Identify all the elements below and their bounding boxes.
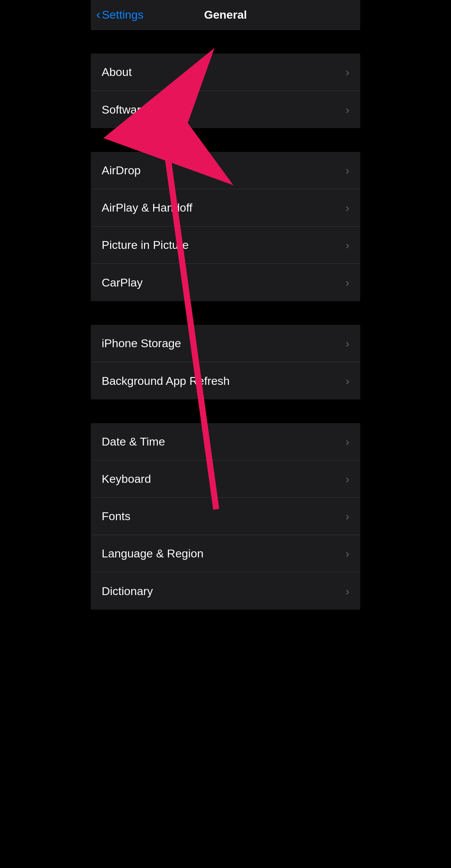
software-update-label: Software Update xyxy=(102,103,187,116)
iphone-storage-label: iPhone Storage xyxy=(102,337,181,350)
settings-row-date-time[interactable]: Date & Time › xyxy=(91,423,360,460)
picture-in-picture-label: Picture in Picture xyxy=(102,238,189,252)
settings-group-1: About › Software Update › xyxy=(91,54,360,128)
background-app-refresh-label: Background App Refresh xyxy=(102,374,230,388)
about-chevron-icon: › xyxy=(346,65,349,79)
dictionary-chevron-icon: › xyxy=(346,585,349,598)
settings-row-dictionary[interactable]: Dictionary › xyxy=(91,572,360,610)
settings-group-4: Date & Time › Keyboard › Fonts › Languag… xyxy=(91,423,360,610)
settings-row-iphone-storage[interactable]: iPhone Storage › xyxy=(91,325,360,362)
settings-group-3: iPhone Storage › Background App Refresh … xyxy=(91,325,360,399)
settings-group-2: AirDrop › AirPlay & Handoff › Picture in… xyxy=(91,152,360,301)
back-label: Settings xyxy=(102,8,144,21)
settings-row-background-app-refresh[interactable]: Background App Refresh › xyxy=(91,362,360,399)
airdrop-chevron-icon: › xyxy=(346,164,349,177)
page-container: ‹ Settings General About › Software Upda… xyxy=(91,0,360,610)
dictionary-label: Dictionary xyxy=(102,585,153,598)
airplay-handoff-chevron-icon: › xyxy=(346,201,349,214)
settings-row-language-region[interactable]: Language & Region › xyxy=(91,535,360,572)
settings-row-fonts[interactable]: Fonts › xyxy=(91,498,360,535)
section-gap-2 xyxy=(91,128,360,152)
settings-row-airplay-handoff[interactable]: AirPlay & Handoff › xyxy=(91,189,360,226)
carplay-chevron-icon: › xyxy=(346,276,349,289)
section-gap-1 xyxy=(91,30,360,54)
settings-row-software-update[interactable]: Software Update › xyxy=(91,91,360,128)
language-region-chevron-icon: › xyxy=(346,547,349,560)
section-gap-4 xyxy=(91,399,360,423)
picture-in-picture-chevron-icon: › xyxy=(346,238,349,252)
airplay-handoff-label: AirPlay & Handoff xyxy=(102,201,192,214)
about-label: About xyxy=(102,65,132,79)
settings-row-picture-in-picture[interactable]: Picture in Picture › xyxy=(91,226,360,264)
settings-row-about[interactable]: About › xyxy=(91,54,360,91)
keyboard-label: Keyboard xyxy=(102,472,151,486)
fonts-label: Fonts xyxy=(102,510,130,523)
fonts-chevron-icon: › xyxy=(346,510,349,523)
settings-row-keyboard[interactable]: Keyboard › xyxy=(91,460,360,498)
section-gap-3 xyxy=(91,301,360,325)
settings-row-airdrop[interactable]: AirDrop › xyxy=(91,152,360,189)
background-app-refresh-chevron-icon: › xyxy=(346,374,349,388)
date-time-chevron-icon: › xyxy=(346,435,349,448)
date-time-label: Date & Time xyxy=(102,435,165,448)
software-update-chevron-icon: › xyxy=(346,103,349,116)
settings-row-carplay[interactable]: CarPlay › xyxy=(91,264,360,301)
navigation-bar: ‹ Settings General xyxy=(91,0,360,30)
back-chevron-icon: ‹ xyxy=(96,8,101,21)
back-button[interactable]: ‹ Settings xyxy=(96,8,144,21)
keyboard-chevron-icon: › xyxy=(346,472,349,486)
airdrop-label: AirDrop xyxy=(102,164,141,177)
language-region-label: Language & Region xyxy=(102,547,204,560)
page-title: General xyxy=(204,8,247,21)
carplay-label: CarPlay xyxy=(102,276,143,289)
iphone-storage-chevron-icon: › xyxy=(346,337,349,350)
